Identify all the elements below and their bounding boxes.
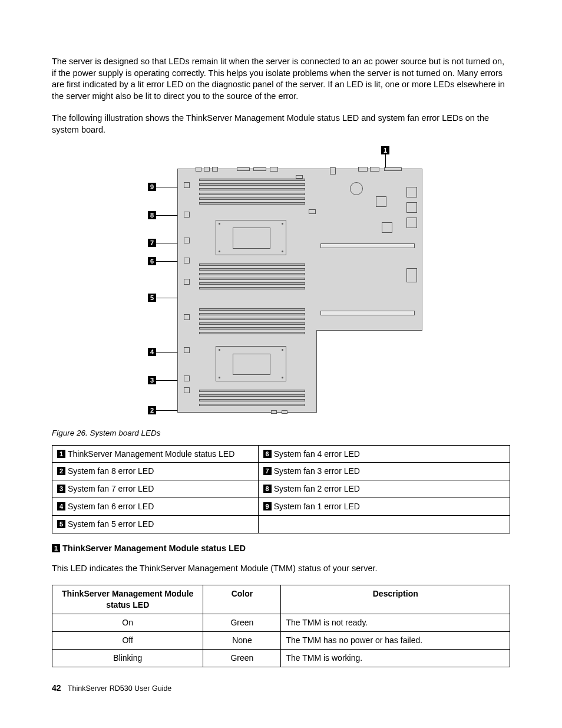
callout-5: 5 bbox=[148, 294, 156, 302]
section-heading-tmm-led: 1ThinkServer Management Module status LE… bbox=[52, 543, 510, 555]
cpu-socket-1 bbox=[216, 220, 286, 255]
legend-text: System fan 3 error LED bbox=[274, 466, 360, 476]
table-row: Off None The TMM has no power or has fai… bbox=[52, 631, 510, 649]
paragraph-intro-2: The following illustration shows the Thi… bbox=[52, 113, 510, 136]
th-color: Color bbox=[203, 585, 281, 614]
num-badge: 1 bbox=[57, 450, 65, 458]
num-badge: 6 bbox=[263, 450, 272, 458]
status-table: ThinkServer Management Module status LED… bbox=[52, 585, 510, 667]
cell: The TMM is not ready. bbox=[281, 614, 510, 631]
table-row: On Green The TMM is not ready. bbox=[52, 614, 510, 631]
callout-2: 2 bbox=[148, 406, 156, 414]
table-row: 3System fan 7 error LED 8System fan 2 er… bbox=[52, 480, 510, 498]
legend-text: System fan 4 error LED bbox=[274, 449, 360, 459]
table-header-row: ThinkServer Management Module status LED… bbox=[52, 585, 510, 614]
legend-text: System fan 7 error LED bbox=[68, 484, 154, 493]
num-badge: 8 bbox=[263, 485, 272, 493]
cell: The TMM is working. bbox=[281, 649, 510, 667]
legend-text: System fan 1 error LED bbox=[274, 502, 360, 511]
legend-text: ThinkServer Management Module status LED bbox=[68, 449, 234, 459]
callout-4: 4 bbox=[148, 348, 156, 356]
num-badge: 3 bbox=[57, 485, 65, 493]
footer-title: ThinkServer RD530 User Guide bbox=[68, 684, 171, 693]
table-row: 4System fan 6 error LED 9System fan 1 er… bbox=[52, 498, 510, 516]
callout-3: 3 bbox=[148, 376, 156, 384]
figure-caption: Figure 26. System board LEDs bbox=[52, 428, 510, 439]
cell: On bbox=[52, 614, 203, 631]
legend-text: System fan 8 error LED bbox=[68, 466, 154, 476]
paragraph-intro-1: The server is designed so that LEDs rema… bbox=[52, 56, 510, 102]
callout-1: 1 bbox=[381, 146, 389, 154]
page-number: 42 bbox=[52, 683, 61, 693]
cell: The TMM has no power or has failed. bbox=[281, 631, 510, 649]
legend-table: 1ThinkServer Management Module status LE… bbox=[52, 445, 510, 533]
callout-7: 7 bbox=[148, 239, 156, 247]
legend-text: System fan 5 error LED bbox=[68, 519, 154, 529]
table-row: 2System fan 8 error LED 7System fan 3 er… bbox=[52, 463, 510, 480]
legend-text: System fan 2 error LED bbox=[274, 484, 360, 493]
cell: Green bbox=[203, 649, 281, 667]
cell: Blinking bbox=[52, 649, 203, 667]
table-row: 5System fan 5 error LED bbox=[52, 516, 510, 533]
num-badge: 5 bbox=[57, 520, 65, 528]
legend-text: System fan 6 error LED bbox=[68, 502, 154, 511]
num-badge: 2 bbox=[57, 467, 65, 475]
figure-system-board: 9 8 7 6 5 4 3 2 1 bbox=[52, 146, 510, 417]
callout-6: 6 bbox=[148, 257, 156, 265]
callout-8: 8 bbox=[148, 211, 156, 219]
cell: Off bbox=[52, 631, 203, 649]
num-badge: 1 bbox=[52, 544, 60, 552]
num-badge: 7 bbox=[263, 467, 272, 475]
section-intro: This LED indicates the ThinkServer Manag… bbox=[52, 563, 510, 575]
cell: Green bbox=[203, 614, 281, 631]
board-outline bbox=[177, 169, 422, 413]
th-status-led: ThinkServer Management Module status LED bbox=[52, 585, 203, 614]
table-row: 1ThinkServer Management Module status LE… bbox=[52, 445, 510, 463]
th-description: Description bbox=[281, 585, 510, 614]
section-title: ThinkServer Management Module status LED bbox=[62, 543, 246, 553]
page-footer: 42 ThinkServer RD530 User Guide bbox=[52, 683, 171, 694]
cpu-socket-2 bbox=[216, 346, 286, 381]
cell: None bbox=[203, 631, 281, 649]
callout-9: 9 bbox=[148, 183, 156, 191]
table-row: Blinking Green The TMM is working. bbox=[52, 649, 510, 667]
num-badge: 4 bbox=[57, 502, 65, 510]
num-badge: 9 bbox=[263, 502, 272, 510]
